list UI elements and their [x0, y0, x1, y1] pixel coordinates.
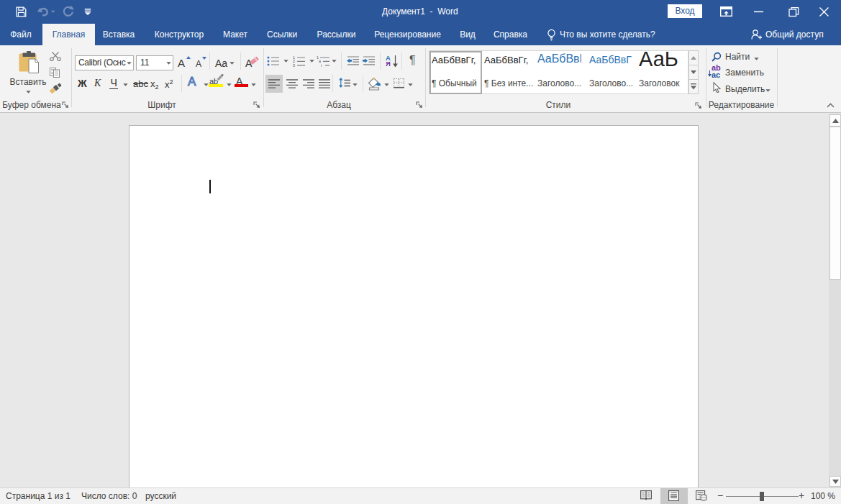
- svg-text:3: 3: [293, 63, 295, 67]
- svg-text:i: i: [321, 63, 322, 67]
